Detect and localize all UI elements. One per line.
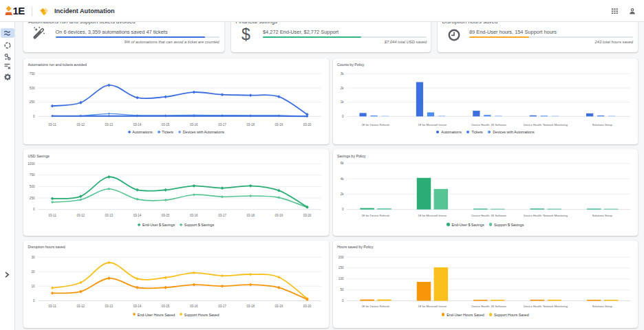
- svg-text:03-19: 03-19: [275, 305, 283, 308]
- svg-text:03-11: 03-11: [48, 122, 56, 126]
- svg-text:500: 500: [30, 185, 35, 188]
- svg-text:1E for Microsoft Intune: 1E for Microsoft Intune: [418, 305, 447, 308]
- svg-text:03-16: 03-16: [190, 122, 198, 126]
- svg-text:03-15: 03-15: [162, 214, 170, 217]
- svg-text:10: 10: [31, 284, 35, 287]
- svg-text:03-17: 03-17: [218, 214, 226, 217]
- svg-text:20: 20: [31, 270, 35, 273]
- svg-text:Device Health: 1E Software: Device Health: 1E Software: [471, 214, 506, 217]
- svg-text:03-16: 03-16: [190, 214, 198, 217]
- svg-text:30: 30: [31, 255, 35, 258]
- svg-text:03-20: 03-20: [303, 122, 312, 126]
- svg-text:03-19: 03-19: [275, 214, 283, 217]
- svg-text:03-18: 03-18: [246, 305, 255, 308]
- svg-text:Solutions Setup: Solutions Setup: [592, 214, 612, 217]
- svg-text:2k: 2k: [340, 192, 344, 196]
- svg-text:200: 200: [338, 255, 343, 258]
- svg-text:03-12: 03-12: [77, 305, 85, 308]
- svg-text:03-14: 03-14: [133, 214, 142, 217]
- svg-text:Device Health: 1E Software: Device Health: 1E Software: [471, 305, 506, 308]
- svg-text:100: 100: [338, 277, 343, 280]
- svg-text:0: 0: [33, 114, 35, 118]
- svg-text:03-19: 03-19: [275, 122, 283, 126]
- svg-text:03-15: 03-15: [162, 305, 170, 308]
- svg-text:0: 0: [33, 299, 35, 302]
- svg-text:03-14: 03-14: [133, 305, 142, 308]
- svg-text:1E for Device Refresh: 1E for Device Refresh: [361, 214, 389, 217]
- svg-text:Device Health: Network Monitor: Device Health: Network Monitoring: [524, 214, 568, 217]
- svg-text:3k: 3k: [340, 72, 344, 75]
- svg-text:150: 150: [338, 266, 343, 270]
- svg-text:03-11: 03-11: [48, 214, 56, 217]
- svg-text:Solutions Setup: Solutions Setup: [592, 305, 612, 308]
- svg-text:750: 750: [30, 173, 35, 177]
- svg-text:0: 0: [341, 114, 343, 118]
- svg-text:03-17: 03-17: [218, 305, 226, 308]
- svg-text:0: 0: [341, 299, 343, 302]
- svg-text:250: 250: [30, 197, 35, 200]
- svg-text:1E for Device Refresh: 1E for Device Refresh: [361, 122, 389, 126]
- svg-text:03-18: 03-18: [246, 214, 255, 217]
- svg-text:03-16: 03-16: [190, 305, 198, 308]
- svg-text:0: 0: [341, 208, 343, 211]
- svg-text:1k: 1k: [340, 100, 344, 104]
- svg-text:03-17: 03-17: [218, 122, 226, 126]
- svg-text:03-13: 03-13: [105, 122, 114, 126]
- svg-text:0: 0: [33, 208, 35, 211]
- svg-text:03-20: 03-20: [303, 214, 312, 217]
- svg-text:50: 50: [340, 288, 344, 292]
- svg-text:1000: 1000: [28, 162, 35, 166]
- svg-text:03-12: 03-12: [77, 214, 85, 217]
- svg-text:Device Health: 1E Software: Device Health: 1E Software: [471, 122, 506, 126]
- svg-text:1E for Device Refresh: 1E for Device Refresh: [361, 305, 389, 308]
- svg-text:03-20: 03-20: [303, 305, 312, 308]
- svg-text:1E for Microsoft Intune: 1E for Microsoft Intune: [418, 214, 447, 217]
- svg-text:03-13: 03-13: [105, 305, 114, 308]
- svg-text:500: 500: [30, 86, 35, 89]
- svg-text:03-15: 03-15: [162, 122, 170, 126]
- svg-text:03-18: 03-18: [246, 122, 255, 126]
- svg-text:4k: 4k: [340, 177, 344, 181]
- svg-text:250: 250: [30, 100, 35, 104]
- svg-text:03-11: 03-11: [48, 305, 56, 308]
- svg-text:6k: 6k: [340, 162, 344, 165]
- svg-text:03-14: 03-14: [133, 122, 142, 126]
- svg-text:Device Health: Network Monitor: Device Health: Network Monitoring: [524, 305, 568, 308]
- svg-text:03-13: 03-13: [105, 214, 114, 217]
- svg-text:2k: 2k: [340, 86, 344, 89]
- svg-text:03-12: 03-12: [77, 122, 85, 126]
- svg-text:Solutions Setup: Solutions Setup: [592, 122, 612, 126]
- svg-text:750: 750: [30, 72, 35, 75]
- svg-text:Device Health: Network Monitor: Device Health: Network Monitoring: [524, 122, 568, 126]
- svg-text:1E for Microsoft Intune: 1E for Microsoft Intune: [418, 122, 447, 126]
